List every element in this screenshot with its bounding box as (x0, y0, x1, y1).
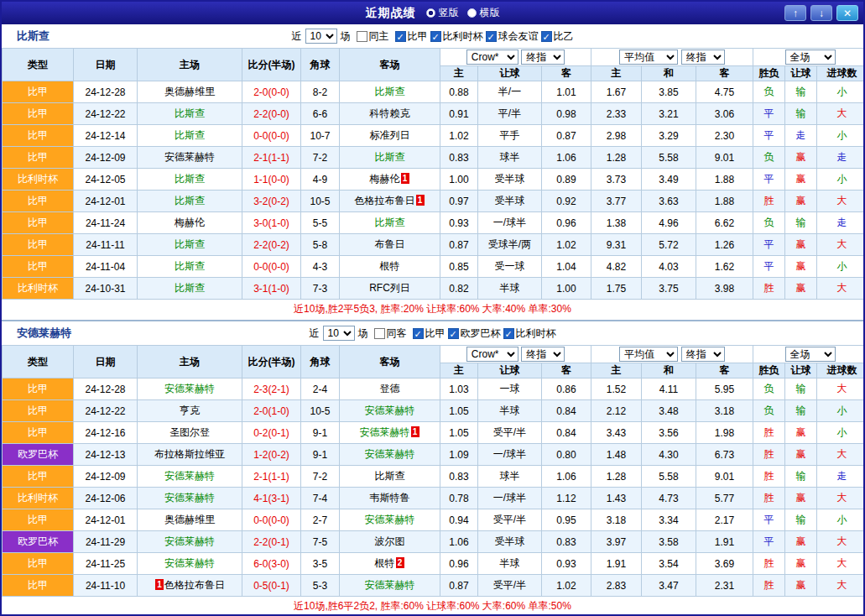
handicap-cell: 受平/半 (478, 509, 542, 531)
titlebar-center: 近期战绩 竖版横版 (2, 6, 863, 21)
red-card-badge: 2 (396, 557, 404, 568)
checkbox-icon[interactable]: ✓ (486, 31, 497, 42)
league-filter-label: 欧罗巴杯 (461, 326, 501, 341)
checkbox-icon[interactable]: ✓ (503, 328, 514, 339)
odds-period-select[interactable]: 终指 (521, 50, 565, 65)
asia-home-odds-cell: 0.87 (440, 234, 478, 256)
checkbox-icon[interactable]: ✓ (395, 31, 406, 42)
handicap-result-cell: 赢 (785, 256, 817, 278)
odds-company-select[interactable]: Crow* (466, 50, 518, 65)
radio-label: 竖版 (439, 6, 459, 20)
team-name: 亨克 (180, 405, 200, 416)
euro-period-select[interactable]: 终指 (681, 50, 725, 65)
team-section-beerschot: 比斯查 近 10 场 同主 ✓比甲✓比利时杯✓球会友谊✓比乙 (2, 24, 863, 320)
euro-home-odds-cell: 3.43 (591, 422, 642, 444)
result-cell: 胜 (753, 466, 785, 488)
asia-away-odds-cell: 0.86 (542, 378, 591, 400)
odds-company-select[interactable]: Crow* (466, 347, 518, 362)
league-filter-checkbox[interactable]: ✓球会友谊 (486, 29, 539, 44)
goals-result-cell: 大 (817, 575, 865, 597)
euro-away-odds-cell: 3.18 (696, 400, 753, 422)
checkbox-icon[interactable]: ✓ (448, 328, 459, 339)
handicap-cell: 受半球 (478, 169, 542, 191)
league-filter-checkbox[interactable]: ✓比甲 (395, 29, 428, 44)
league-type-cell: 比甲 (3, 466, 74, 488)
home-team-cell: 奥德赫维里 (138, 81, 242, 103)
checkbox-icon[interactable] (374, 328, 385, 339)
away-team-cell: 安德莱赫特1 (340, 422, 440, 444)
match-row: 比甲24-12-22比斯查2-2(0-0)6-6科特赖克0.91平/半0.982… (3, 103, 865, 125)
col-header-corner: 角球 (301, 346, 340, 378)
euro-draw-odds-cell: 3.49 (642, 169, 696, 191)
euro-draw-odds-cell: 4.30 (642, 444, 696, 466)
same-venue-filter[interactable]: 同客 (374, 326, 407, 341)
asia-home-odds-cell: 0.94 (440, 509, 478, 531)
close-button[interactable]: ✕ (836, 5, 858, 21)
home-team-cell: 安德莱赫特 (138, 553, 242, 575)
euro-away-odds-cell: 6.62 (696, 212, 753, 234)
euro-average-select[interactable]: 平均值 (619, 50, 678, 65)
team-name: 布拉格斯拉维亚 (154, 448, 225, 460)
odds-period-select[interactable]: 终指 (521, 347, 565, 362)
euro-away-odds-cell: 2.30 (696, 125, 753, 147)
corner-cell: 7-3 (301, 278, 340, 300)
league-filter-checkbox[interactable]: ✓比利时杯 (503, 326, 556, 341)
league-filter-checkbox[interactable]: ✓比甲 (413, 326, 446, 341)
corner-cell: 7-2 (301, 466, 340, 488)
result-cell: 负 (753, 400, 785, 422)
league-type-cell: 比甲 (3, 378, 74, 400)
up-arrow-icon: ↑ (793, 8, 798, 19)
match-count-select[interactable]: 10 (323, 326, 355, 341)
league-filter-checkbox[interactable]: ✓比利时杯 (430, 29, 483, 44)
euro-average-select[interactable]: 平均值 (619, 347, 678, 362)
asia-away-odds-cell: 0.89 (542, 169, 591, 191)
match-count-select[interactable]: 10 (305, 29, 337, 44)
handicap-cell: 半球 (478, 400, 542, 422)
checkbox-icon[interactable] (357, 31, 367, 42)
checkbox-icon[interactable]: ✓ (430, 31, 441, 42)
league-filter-checkbox[interactable]: ✓欧罗巴杯 (448, 326, 501, 341)
checkbox-icon[interactable]: ✓ (413, 328, 424, 339)
league-filter-checkbox[interactable]: ✓比乙 (541, 29, 574, 44)
section-team-name: 安德莱赫特 (2, 326, 71, 341)
away-team-cell: 比斯查 (340, 212, 440, 234)
away-team-cell: 科特赖克 (340, 103, 440, 125)
league-type-cell: 比甲 (3, 125, 74, 147)
euro-period-select[interactable]: 终指 (681, 347, 725, 362)
result-cell: 平 (753, 509, 785, 531)
move-up-button[interactable]: ↑ (784, 5, 806, 21)
corner-cell: 9-1 (301, 444, 340, 466)
red-card-badge: 1 (411, 426, 419, 437)
match-row: 比甲24-12-01比斯查3-2(0-2)10-5色格拉布鲁日10.97受半球0… (3, 191, 865, 212)
euro-away-odds-cell: 9.01 (696, 466, 753, 488)
team-name: 比斯查 (175, 129, 205, 141)
handicap-result-cell: 输 (785, 378, 817, 400)
match-date-cell: 24-11-11 (74, 234, 138, 256)
match-date-cell: 24-12-16 (74, 422, 138, 444)
layout-radio-selected[interactable]: 竖版 (426, 6, 459, 20)
match-date-cell: 24-12-28 (74, 378, 138, 400)
layout-radio-option[interactable]: 横版 (467, 6, 500, 20)
team-name: 安德莱赫特 (365, 405, 415, 416)
away-team-cell: 根特2 (340, 553, 440, 575)
match-date-cell: 24-11-25 (74, 553, 138, 575)
scope-select[interactable]: 全场 (785, 347, 836, 362)
league-type-cell: 比甲 (3, 256, 74, 278)
same-venue-filter[interactable]: 同主 (357, 29, 389, 44)
move-down-button[interactable]: ↓ (810, 5, 832, 21)
asia-away-odds-cell: 1.06 (542, 147, 591, 169)
result-cell: 负 (753, 212, 785, 234)
radio-icon[interactable] (426, 8, 435, 18)
corner-cell: 5-5 (301, 212, 340, 234)
handicap-result-cell: 赢 (785, 278, 817, 300)
handicap-cell: 受一球 (478, 256, 542, 278)
asia-home-odds-cell: 1.09 (440, 444, 478, 466)
handicap-result-cell: 走 (785, 125, 817, 147)
scope-select-cell: 全场 (753, 49, 865, 66)
scope-select[interactable]: 全场 (785, 50, 836, 65)
checkbox-icon[interactable]: ✓ (541, 31, 552, 42)
home-team-cell: 比斯查 (138, 103, 242, 125)
goals-result-cell: 走 (817, 466, 865, 488)
radio-icon[interactable] (467, 8, 477, 18)
handicap-result-cell: 输 (785, 509, 817, 531)
